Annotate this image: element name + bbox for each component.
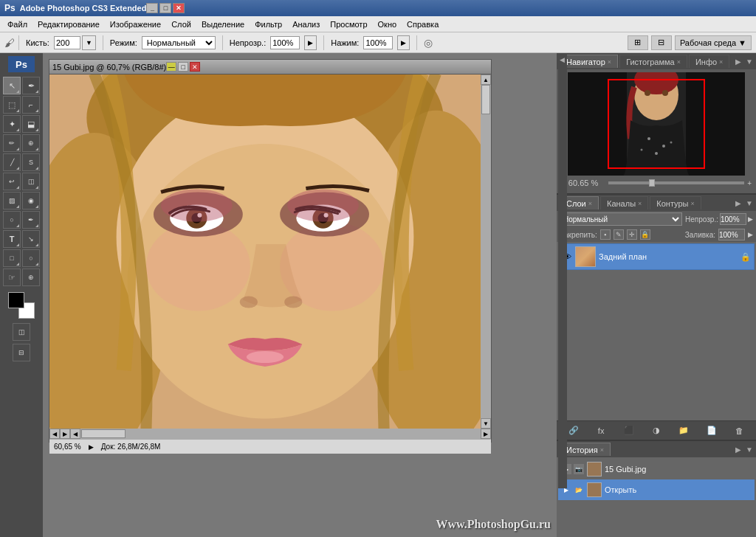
scroll-down-arrow[interactable]: ▼ xyxy=(481,418,491,429)
scroll-right-arrow[interactable]: ▶ xyxy=(481,429,491,439)
flow-arrow[interactable]: ▶ xyxy=(397,35,410,50)
opacity-input[interactable] xyxy=(270,36,300,49)
quick-mask-button[interactable]: ◫ xyxy=(13,323,30,341)
canvas-image[interactable] xyxy=(49,75,481,429)
channels-tab[interactable]: Каналы × xyxy=(600,196,648,209)
history-tab[interactable]: История × xyxy=(560,443,611,456)
close-button[interactable]: ✕ xyxy=(173,3,185,13)
lock-transparent-button[interactable]: ▪ xyxy=(600,229,611,240)
new-group-button[interactable]: 📁 xyxy=(677,424,690,437)
path-select-button[interactable]: ↘ xyxy=(22,230,40,248)
eraser-button[interactable]: ◫ xyxy=(22,173,40,190)
airbrush-icon[interactable]: ◎ xyxy=(424,37,433,49)
brush-size-input[interactable] xyxy=(54,36,80,49)
layer-adjustment-button[interactable]: ◑ xyxy=(650,424,663,437)
navigator-collapse-button[interactable]: ▼ xyxy=(746,58,753,66)
scroll-up-arrow[interactable]: ▲ xyxy=(481,75,491,85)
layer-link-button[interactable]: 🔗 xyxy=(567,424,580,437)
move-tool-button[interactable]: ↖ xyxy=(3,77,21,94)
right-panel-collapse-tab[interactable]: ◀ xyxy=(558,53,567,488)
navigator-menu-button[interactable]: ▶ xyxy=(735,58,741,66)
stamp-button[interactable]: S xyxy=(22,153,40,171)
healing-button[interactable]: ⊕ xyxy=(22,134,40,152)
flow-input[interactable] xyxy=(363,36,393,49)
text-button[interactable]: T xyxy=(3,230,21,248)
pen-button[interactable]: ✒ xyxy=(22,211,40,229)
next-frame-button[interactable]: ▶ xyxy=(60,429,70,439)
zoom-in-icon[interactable]: + xyxy=(747,179,752,187)
marquee-tool-button[interactable]: ⬚ xyxy=(3,96,21,114)
layers-blend-mode[interactable]: Нормальный xyxy=(560,212,682,226)
fill-arrow[interactable]: ▶ xyxy=(748,231,753,238)
doc-maximize-button[interactable]: □ xyxy=(178,62,188,72)
zoom-button[interactable]: ⊕ xyxy=(22,268,40,286)
histogram-tab[interactable]: Гистограмма × xyxy=(619,55,687,68)
new-layer-button[interactable]: 📄 xyxy=(705,424,718,437)
crop-tool-button[interactable]: ⬓ xyxy=(22,115,40,133)
maximize-button[interactable]: □ xyxy=(159,3,171,13)
gradient-button[interactable]: ▨ xyxy=(3,192,21,209)
layer-fx-button[interactable]: fx xyxy=(594,424,608,437)
hand-button[interactable]: ☞ xyxy=(3,268,21,286)
scroll-left-arrow[interactable]: ◀ xyxy=(70,429,80,439)
scroll-thumb-h[interactable] xyxy=(81,429,126,438)
doc-minimize-button[interactable]: — xyxy=(166,62,176,72)
menu-file[interactable]: Файл xyxy=(3,18,32,30)
menu-window[interactable]: Окно xyxy=(374,18,402,30)
lasso-tool-button[interactable]: ⌐ xyxy=(22,96,40,114)
brush-tool-button[interactable]: ✒ xyxy=(22,77,40,94)
menu-layer[interactable]: Слой xyxy=(167,18,196,30)
prev-frame-button[interactable]: ◀ xyxy=(49,429,60,439)
history-menu-button[interactable]: ▶ xyxy=(735,446,741,454)
eyedropper-button[interactable]: ✏ xyxy=(3,134,21,152)
zoom-slider-thumb[interactable] xyxy=(649,179,655,187)
magic-wand-button[interactable]: ✦ xyxy=(3,115,21,133)
menu-image[interactable]: Изображение xyxy=(106,18,165,30)
layers-opacity-arrow[interactable]: ▶ xyxy=(748,215,753,223)
menu-filter[interactable]: Фильтр xyxy=(250,18,286,30)
brush-picker-button[interactable]: ▼ xyxy=(82,35,96,50)
layers-collapse-button[interactable]: ▼ xyxy=(746,199,753,207)
menu-analysis[interactable]: Анализ xyxy=(288,18,324,30)
delete-layer-button[interactable]: 🗑 xyxy=(732,424,746,437)
shape-button[interactable]: □ xyxy=(3,249,21,267)
layer-mask-button[interactable]: ⬛ xyxy=(622,424,636,437)
info-tab[interactable]: Инфо × xyxy=(689,55,729,68)
dodge-button[interactable]: ○ xyxy=(3,211,21,229)
navigator-tab[interactable]: Навигатор × xyxy=(560,55,618,68)
panel-layout-button[interactable]: ⊞ xyxy=(628,35,648,50)
minimize-button[interactable]: _ xyxy=(146,3,158,13)
layer-item-background[interactable]: 👁 Задний план 🔒 xyxy=(558,243,755,270)
scroll-track-h[interactable] xyxy=(80,429,481,439)
panel-option-button[interactable]: ⊟ xyxy=(651,35,672,50)
layers-opacity-input[interactable] xyxy=(720,213,746,225)
lock-pixels-button[interactable]: ✎ xyxy=(614,229,624,240)
history-collapse-button[interactable]: ▼ xyxy=(746,446,753,454)
menu-select[interactable]: Выделение xyxy=(197,18,249,30)
workspace-selector[interactable]: Рабочая среда ▼ xyxy=(675,35,752,50)
scroll-thumb-v[interactable] xyxy=(481,85,490,114)
svg-point-18 xyxy=(161,189,233,221)
vertical-scrollbar[interactable]: ▲ ▼ xyxy=(481,75,491,429)
screen-mode-button[interactable]: ⊟ xyxy=(13,344,30,361)
menu-view[interactable]: Просмотр xyxy=(326,18,371,30)
history-item-snapshot[interactable]: ▶ 📷 15 Gubi.jpg xyxy=(558,459,755,479)
opacity-arrow[interactable]: ▶ xyxy=(304,35,317,50)
menu-edit[interactable]: Редактирование xyxy=(33,18,104,30)
layers-fill-input[interactable] xyxy=(718,229,745,240)
brush-paint-button[interactable]: ╱ xyxy=(3,153,21,171)
paths-tab[interactable]: Контуры × xyxy=(650,196,701,209)
lock-position-button[interactable]: ✛ xyxy=(627,229,637,240)
bucket-button[interactable]: ◉ xyxy=(22,192,40,209)
foreground-color-swatch[interactable] xyxy=(8,292,24,308)
zoom-slider-track[interactable] xyxy=(608,181,744,184)
layers-menu-button[interactable]: ▶ xyxy=(735,199,741,207)
menu-help[interactable]: Справка xyxy=(402,18,443,30)
history-item-open[interactable]: ▶ 📂 Открыть xyxy=(558,479,755,500)
lock-all-button[interactable]: 🔒 xyxy=(640,229,650,240)
blend-mode-select[interactable]: Нормальный xyxy=(142,36,216,49)
notes-button[interactable]: ○ xyxy=(22,249,40,267)
scroll-track-v[interactable] xyxy=(481,85,491,418)
doc-close-button[interactable]: ✕ xyxy=(190,62,200,72)
history-brush-button[interactable]: ↩ xyxy=(3,173,21,190)
